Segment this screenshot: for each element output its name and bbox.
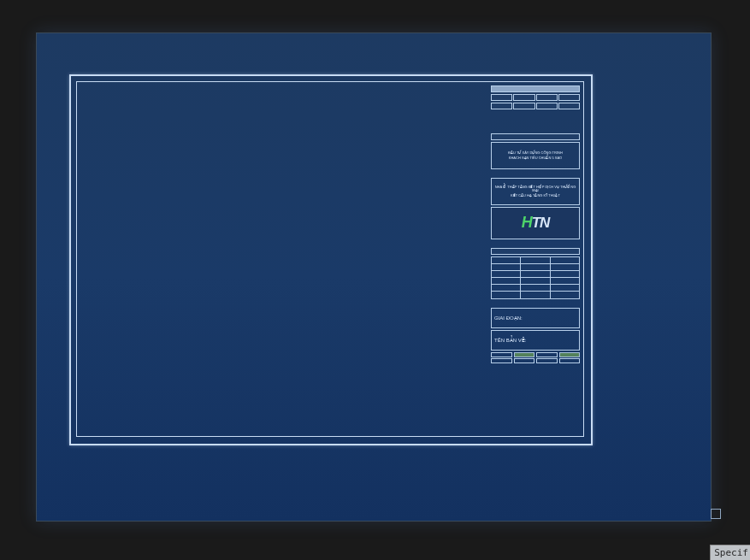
tb-spacer [491, 111, 580, 132]
company-logo: HTN [522, 215, 550, 232]
tb-divider [491, 248, 580, 255]
tb-cell [513, 103, 534, 109]
footer-cell [491, 358, 512, 363]
tb-cell [513, 94, 534, 101]
phase-label: GIAI ĐOẠN: [491, 308, 580, 328]
tb-spacer [491, 301, 580, 306]
cad-workspace[interactable]: ĐẦU TƯ XÂY DỰNG CÔNG TRÌNH KHÁCH SẠN TIÊ… [0, 0, 750, 560]
footer-cell [536, 352, 558, 357]
project-info-1: ĐẦU TƯ XÂY DỰNG CÔNG TRÌNH KHÁCH SẠN TIÊ… [491, 142, 580, 169]
signature-table [491, 256, 580, 299]
tb-spacer [491, 171, 580, 176]
footer-cell [536, 358, 558, 363]
logo-letters-tn: TN [532, 215, 550, 232]
tb-spacer [491, 241, 580, 246]
footer-cell [559, 358, 581, 363]
footer-cell [514, 352, 535, 357]
ucs-icon[interactable] [711, 509, 721, 519]
tb-cell [491, 94, 512, 101]
command-line[interactable]: Specif [710, 545, 750, 560]
logo-letter-h: H [522, 215, 532, 232]
company-logo-box: HTN [491, 207, 580, 239]
info2-line2: KẾT CẤU HẠ TẦNG KỸ THUẬT [493, 194, 577, 197]
tb-cell [491, 103, 512, 109]
info1-line2: KHÁCH SẠN TIÊU CHUẨN 5 SAO [493, 156, 577, 160]
info2-line1: NHÀ Ở THẤP TẦNG KẾT HỢP DỊCH VỤ THƯƠNG M… [493, 186, 577, 193]
project-info-2: NHÀ Ở THẤP TẦNG KẾT HỢP DỊCH VỤ THƯƠNG M… [491, 178, 580, 205]
footer-cell [559, 352, 581, 357]
tb-cell [491, 85, 580, 92]
sheet-inner-border: ĐẦU TƯ XÂY DỰNG CÔNG TRÌNH KHÁCH SẠN TIÊ… [76, 81, 584, 437]
tb-cell [558, 103, 580, 109]
info1-line1: ĐẦU TƯ XÂY DỰNG CÔNG TRÌNH [493, 151, 577, 155]
tb-header-row-b [491, 94, 580, 101]
title-block: ĐẦU TƯ XÂY DỰNG CÔNG TRÌNH KHÁCH SẠN TIÊ… [489, 84, 582, 434]
tb-cell [536, 94, 558, 101]
tb-divider [491, 133, 580, 140]
drawing-name-label: TÊN BẢN VẼ: [491, 330, 580, 351]
tb-cell [558, 94, 580, 101]
tb-header-row-a [491, 85, 580, 92]
footer-cell [514, 358, 535, 363]
command-prompt-text: Specif [714, 547, 748, 558]
tb-cell [536, 103, 558, 109]
tb-footer [491, 352, 580, 363]
footer-cell [491, 352, 512, 357]
drawing-sheet[interactable]: ĐẦU TƯ XÂY DỰNG CÔNG TRÌNH KHÁCH SẠN TIÊ… [36, 32, 712, 522]
tb-header-row-c [491, 103, 580, 109]
